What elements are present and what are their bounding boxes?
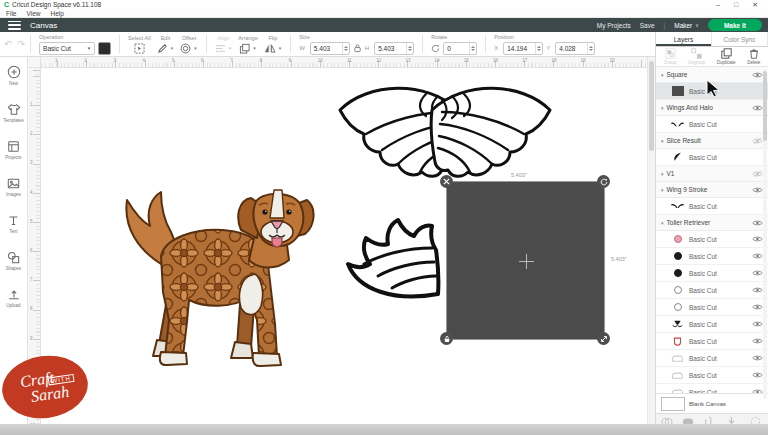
eye-icon[interactable] [752,303,763,311]
eye-icon[interactable] [752,320,763,328]
layer-row[interactable]: Basic Cut [656,384,768,393]
eye-icon[interactable] [752,337,763,345]
eye-icon[interactable] [752,71,763,79]
close-button[interactable]: ✕ [752,1,758,9]
lock-handle[interactable] [440,332,453,345]
rotate-handle[interactable] [597,175,610,188]
offset-button[interactable]: ▼ [180,43,197,54]
resize-handle[interactable] [597,332,610,345]
single-wing-art[interactable] [334,204,450,318]
delete-handle[interactable] [440,175,453,188]
layer-group-square[interactable]: ▾Square [656,67,768,83]
layer-group-v1[interactable]: ▾V1 [656,166,768,182]
position-y-input[interactable]: 4.028 [555,42,595,55]
eye-hidden-icon[interactable] [752,137,763,145]
eye-hidden-icon[interactable] [752,170,763,178]
sidebar-item-shapes[interactable]: Shapes [0,242,27,279]
layer-row[interactable]: Basic Cut [656,316,768,333]
menu-file[interactable]: File [6,10,16,17]
layer-row[interactable]: Basic Cut [656,350,768,367]
eye-icon[interactable] [752,371,763,379]
toller-retriever-art[interactable] [99,168,315,370]
undo-icon[interactable]: ↶ [4,39,12,49]
layer-group-wings-and-halo[interactable]: ▾Wings And Halo [656,100,768,116]
eye-icon[interactable] [752,186,763,194]
layer-row[interactable]: Basic Cut [656,333,768,350]
disclosure-icon[interactable]: ▾ [661,171,664,177]
machine-selector[interactable]: Maker ∨ [674,22,699,29]
layer-row[interactable]: Basic Cut [656,116,768,133]
make-it-button[interactable]: Make It [708,19,762,31]
layer-row-blank-canvas[interactable]: Blank Canvas [656,393,768,413]
position-x-input[interactable]: 14.194 [503,42,543,55]
layers-scrollbar[interactable] [763,69,767,399]
eye-icon[interactable] [752,286,763,294]
flip-icon [264,43,276,54]
sidebar-item-upload[interactable]: Upload [0,279,27,316]
select-all-button[interactable] [134,43,145,54]
eye-icon[interactable] [752,269,763,277]
disclosure-icon[interactable]: ▾ [661,72,664,78]
layer-row[interactable]: Basic Cut [656,265,768,282]
sidebar-item-new[interactable]: New [0,57,27,94]
rotate-stepper[interactable] [469,43,476,54]
design-canvas[interactable]: 5.403" 5.403" [41,68,647,424]
eye-icon[interactable] [752,219,763,227]
edit-button[interactable]: ▼ [157,43,174,54]
height-stepper[interactable] [406,43,413,54]
height-input[interactable]: 5.403 [374,42,414,55]
eye-icon[interactable] [752,235,763,243]
lock-aspect-icon[interactable] [353,43,362,53]
layer-row[interactable]: Basic Cut [656,248,768,265]
sidebar-item-templates[interactable]: Templates [0,94,27,131]
operation-select[interactable]: Basic Cut▼ [39,42,95,55]
layer-group-toller-retriever[interactable]: ▾Toller Retriever [656,215,768,231]
save-link[interactable]: Save [640,22,655,29]
layer-row[interactable]: Basic Cut [656,149,768,166]
eye-icon[interactable] [752,354,763,362]
arrange-button[interactable]: ▼ [239,43,256,54]
position-y-stepper[interactable] [587,43,594,54]
disclosure-icon[interactable]: ▾ [661,220,664,226]
rotate-input[interactable]: 0 [443,42,477,55]
tab-color-sync[interactable]: Color Sync [712,32,768,46]
tab-layers[interactable]: Layers [656,32,712,46]
redo-icon[interactable]: ↷ [18,39,26,49]
eye-icon[interactable] [752,388,763,393]
menu-help[interactable]: Help [50,10,63,17]
layer-row[interactable]: Basic Cut [656,367,768,384]
sidebar-item-images[interactable]: Images [0,168,27,205]
delete-button[interactable]: Delete [747,48,760,65]
sidebar-item-projects[interactable]: Projects [0,131,27,168]
ungroup-button[interactable]: Ungroup [688,48,705,65]
group-button[interactable]: Group [664,48,677,65]
square-shape[interactable] [447,182,604,339]
nose-icon [670,320,685,328]
color-swatch[interactable] [98,42,111,55]
layer-group-slice-result[interactable]: ▾Slice Result [656,133,768,149]
width-input[interactable]: 5.403 [310,42,350,55]
width-stepper[interactable] [342,43,349,54]
hamburger-menu-icon[interactable] [8,21,21,30]
align-button[interactable]: ▼ [215,43,232,54]
canvas-vertical-scrollbar[interactable] [647,57,655,424]
layer-row[interactable]: Basic Cut [656,282,768,299]
layer-group-wing-9-stroke[interactable]: ▾Wing 9 Stroke [656,182,768,198]
eye-icon[interactable] [752,104,763,112]
disclosure-icon[interactable]: ▾ [661,187,664,193]
disclosure-icon[interactable]: ▾ [661,138,664,144]
sidebar-item-text[interactable]: Text [0,205,27,242]
my-projects-link[interactable]: My Projects [597,22,631,29]
position-x-stepper[interactable] [535,43,542,54]
layer-row[interactable]: Basic Cut [656,299,768,316]
eye-icon[interactable] [752,252,763,260]
layer-row[interactable]: Basic Cut [656,231,768,248]
menu-view[interactable]: View [26,10,40,17]
layer-row[interactable]: Basic Cut [656,198,768,215]
duplicate-button[interactable]: Duplicate [717,48,736,65]
maximize-button[interactable]: □ [734,1,738,9]
disclosure-icon[interactable]: ▾ [661,105,664,111]
layer-row[interactable]: Basic Cut [656,83,768,100]
minimize-button[interactable]: – [716,1,720,9]
flip-button[interactable]: ▼ [264,43,282,54]
